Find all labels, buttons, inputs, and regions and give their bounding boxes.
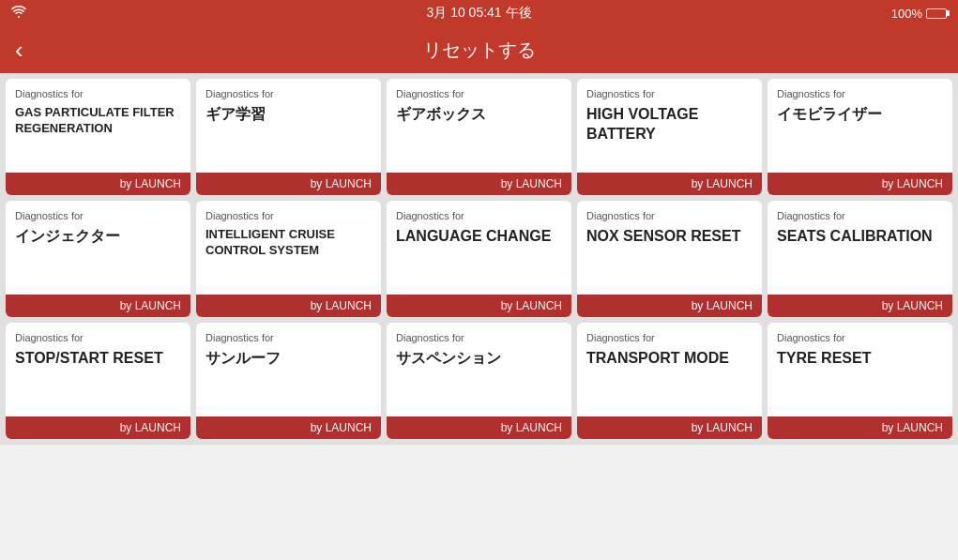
card-footer: by LAUNCH [196,416,381,439]
card-body: Diagnostics for STOP/START RESET [6,323,190,416]
card-body: Diagnostics for ギア学習 [196,79,381,173]
card-item-3[interactable]: Diagnostics for HIGH VOLTAGE BATTERY by … [577,79,762,195]
cards-grid: Diagnostics for GAS PARTICULATE FILTER R… [0,73,958,445]
wifi-icon [11,6,26,22]
card-title: サンルーフ [205,349,372,369]
nav-bar: ‹ リセットする [0,26,958,73]
card-label: Diagnostics for [396,210,562,221]
card-item-6[interactable]: Diagnostics for INTELLIGENT CRUISE CONTR… [196,201,381,317]
card-title: LANGUAGE CHANGE [396,227,562,247]
card-body: Diagnostics for HIGH VOLTAGE BATTERY [577,79,762,173]
card-title: インジェクター [15,227,181,247]
card-title: TRANSPORT MODE [586,349,753,369]
battery-icon [926,8,947,19]
card-item-7[interactable]: Diagnostics for LANGUAGE CHANGE by LAUNC… [387,201,571,317]
card-label: Diagnostics for [205,88,372,99]
card-footer: by LAUNCH [577,173,762,195]
status-time: 3月 10 05:41 午後 [426,5,531,22]
card-label: Diagnostics for [205,210,372,221]
card-footer: by LAUNCH [196,295,381,317]
card-footer: by LAUNCH [577,295,762,317]
card-item-11[interactable]: Diagnostics for サンルーフ by LAUNCH [196,323,381,439]
battery-percent: 100% [891,7,922,21]
card-label: Diagnostics for [15,210,181,221]
card-body: Diagnostics for インジェクター [6,201,190,295]
card-body: Diagnostics for イモビライザー [768,79,952,173]
card-item-2[interactable]: Diagnostics for ギアボックス by LAUNCH [387,79,571,195]
card-label: Diagnostics for [396,88,562,99]
card-label: Diagnostics for [205,332,372,343]
card-title: サスペンション [396,349,562,369]
card-title: ギアボックス [396,105,562,125]
card-footer: by LAUNCH [6,295,190,317]
card-body: Diagnostics for NOX SENSOR RESET [577,201,762,295]
card-title: イモビライザー [777,105,943,125]
card-title: INTELLIGENT CRUISE CONTROL SYSTEM [205,227,372,259]
card-footer: by LAUNCH [196,173,381,195]
card-title: TYRE RESET [777,349,943,369]
card-label: Diagnostics for [586,332,753,343]
card-body: Diagnostics for ギアボックス [387,79,571,173]
card-body: Diagnostics for INTELLIGENT CRUISE CONTR… [196,201,381,295]
card-body: Diagnostics for LANGUAGE CHANGE [387,201,571,295]
card-footer: by LAUNCH [387,295,571,317]
card-item-9[interactable]: Diagnostics for SEATS CALIBRATION by LAU… [768,201,952,317]
card-item-10[interactable]: Diagnostics for STOP/START RESET by LAUN… [6,323,190,439]
status-left [11,6,26,22]
status-bar: 3月 10 05:41 午後 100% [0,0,958,26]
card-footer: by LAUNCH [768,173,952,195]
card-title: GAS PARTICULATE FILTER REGENERATION [15,105,181,137]
card-title: ギア学習 [205,105,372,125]
card-label: Diagnostics for [586,210,753,221]
status-right: 100% [891,7,947,21]
card-item-0[interactable]: Diagnostics for GAS PARTICULATE FILTER R… [6,79,190,195]
card-item-5[interactable]: Diagnostics for インジェクター by LAUNCH [6,201,190,317]
page-title: リセットする [423,38,536,63]
card-label: Diagnostics for [15,332,181,343]
card-item-12[interactable]: Diagnostics for サスペンション by LAUNCH [387,323,571,439]
card-title: NOX SENSOR RESET [586,227,753,247]
card-label: Diagnostics for [586,88,753,99]
card-item-14[interactable]: Diagnostics for TYRE RESET by LAUNCH [768,323,952,439]
card-footer: by LAUNCH [768,416,952,439]
card-footer: by LAUNCH [577,416,762,439]
card-item-1[interactable]: Diagnostics for ギア学習 by LAUNCH [196,79,381,195]
card-title: SEATS CALIBRATION [777,227,943,247]
card-footer: by LAUNCH [387,173,571,195]
card-body: Diagnostics for TRANSPORT MODE [577,323,762,416]
card-title: STOP/START RESET [15,349,181,369]
card-footer: by LAUNCH [768,295,952,317]
card-body: Diagnostics for GAS PARTICULATE FILTER R… [6,79,190,173]
back-button[interactable]: ‹ [15,36,23,65]
card-footer: by LAUNCH [6,416,190,439]
card-footer: by LAUNCH [6,173,190,195]
card-label: Diagnostics for [15,88,181,99]
card-footer: by LAUNCH [387,416,571,439]
card-body: Diagnostics for TYRE RESET [768,323,952,416]
card-label: Diagnostics for [777,88,943,99]
card-label: Diagnostics for [777,210,943,221]
card-body: Diagnostics for サスペンション [387,323,571,416]
card-item-8[interactable]: Diagnostics for NOX SENSOR RESET by LAUN… [577,201,762,317]
card-item-4[interactable]: Diagnostics for イモビライザー by LAUNCH [768,79,952,195]
card-body: Diagnostics for サンルーフ [196,323,381,416]
card-item-13[interactable]: Diagnostics for TRANSPORT MODE by LAUNCH [577,323,762,439]
card-label: Diagnostics for [396,332,562,343]
card-title: HIGH VOLTAGE BATTERY [586,105,753,144]
card-label: Diagnostics for [777,332,943,343]
card-body: Diagnostics for SEATS CALIBRATION [768,201,952,295]
